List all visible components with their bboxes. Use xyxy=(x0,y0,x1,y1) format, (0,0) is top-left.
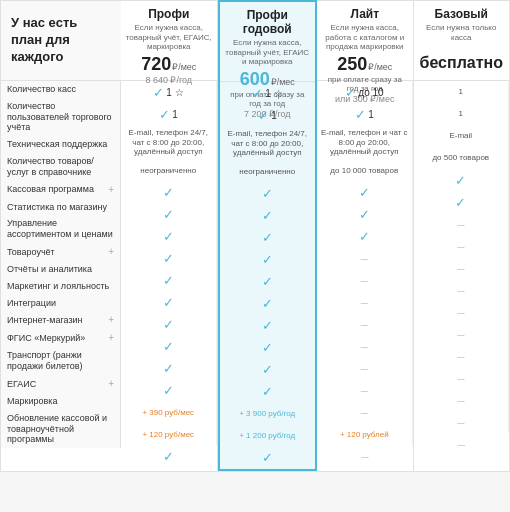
cell-profi-annual-row7: ✓ xyxy=(220,249,316,271)
plan-price-profi: 720 xyxy=(141,54,171,75)
cell-basic-row2: E-mail xyxy=(414,125,510,147)
cell-profi-annual-row3: неограниченно xyxy=(220,161,316,183)
cell-value: 1 xyxy=(271,110,277,121)
cell-lite-row14: – xyxy=(317,402,413,424)
check-icon: ✓ xyxy=(163,229,174,244)
cell-profi-annual-row8: ✓ xyxy=(220,271,316,293)
cell-profi-row6: ✓ xyxy=(121,226,217,248)
cell-lite-row10: – xyxy=(317,314,413,336)
expand-icon-7[interactable]: + xyxy=(108,246,114,258)
cell-profi-annual-row5: ✓ xyxy=(220,205,316,227)
plan-name-basic: Базовый xyxy=(435,7,488,21)
plan-name-profi-annual: Профи годовой xyxy=(224,8,312,36)
check-icon: ✓ xyxy=(262,208,273,223)
cell-profi-row5: ✓ xyxy=(121,204,217,226)
check-icon: ✓ xyxy=(159,107,170,122)
cell-profi-row2: E-mail, телефон 24/7, чат с 8:00 до 20:0… xyxy=(121,125,217,160)
row-label-5: Статистика по магазину xyxy=(1,199,121,216)
row-label-text-9: Маркетинг и лояльность xyxy=(7,281,109,292)
row-label-8: Отчёты и аналитика xyxy=(1,261,121,278)
plan-price-lite: 250 xyxy=(337,54,367,75)
row-label-1: Количество пользователей торгового учёта xyxy=(1,98,121,136)
cell-basic-row8: – xyxy=(414,257,510,279)
cell-value: 1 xyxy=(172,109,178,120)
cell-profi-row4: ✓ xyxy=(121,182,217,204)
row-label-text-15: Маркировка xyxy=(7,396,58,407)
cell-lite-row6: ✓ xyxy=(317,226,413,248)
cell-basic-row1: 1 xyxy=(414,103,510,125)
row-label-text-11: Интернет-магазин xyxy=(7,315,83,326)
cell-basic-row9: – xyxy=(414,279,510,301)
check-icon: ✓ xyxy=(153,85,164,100)
check-icon: ✓ xyxy=(163,207,174,222)
dash-icon: – xyxy=(361,317,368,332)
check-icon: ✓ xyxy=(262,362,273,377)
cell-lite-row12: – xyxy=(317,358,413,380)
plan-free-basic: бесплатно xyxy=(420,54,503,72)
dash-icon: – xyxy=(457,283,464,298)
cell-profi-annual-row16: ✓ xyxy=(220,447,316,469)
expand-icon-12[interactable]: + xyxy=(108,332,114,344)
plan-col-profi-annual: Профи годовойЕсли нужна касса, товарный … xyxy=(218,0,318,471)
expand-icon-11[interactable]: + xyxy=(108,314,114,326)
cell-basic-row4: ✓ xyxy=(414,169,510,191)
row-label-6: Управление ассортиментом и ценами xyxy=(1,215,121,243)
check-icon: ✓ xyxy=(163,273,174,288)
row-label-text-5: Статистика по магазину xyxy=(7,202,107,213)
addon-value: + 120 рублей xyxy=(340,430,389,440)
cell-lite-row3: до 10 000 товаров xyxy=(317,160,413,182)
dash-icon: – xyxy=(361,449,368,464)
row-label-text-16: Обновление кассовой и товарноучётной про… xyxy=(7,413,114,445)
cell-value: 1 ☆ xyxy=(265,88,282,99)
cell-profi-annual-row9: ✓ xyxy=(220,293,316,315)
cell-lite-row11: – xyxy=(317,336,413,358)
check-icon: ✓ xyxy=(262,296,273,311)
cell-value: 1 xyxy=(368,109,374,120)
cell-profi-row9: ✓ xyxy=(121,292,217,314)
row-label-4: Кассовая программа+ xyxy=(1,181,121,199)
check-icon: ✓ xyxy=(455,173,466,188)
dash-icon: – xyxy=(361,405,368,420)
cell-profi-annual-row10: ✓ xyxy=(220,315,316,337)
cell-text: до 10 000 товаров xyxy=(330,166,398,176)
dash-icon: – xyxy=(458,437,465,452)
dash-icon: – xyxy=(457,261,464,276)
check-icon: ✓ xyxy=(258,108,269,123)
cell-text: E-mail, телефон и чат с 8:00 до 20:00, у… xyxy=(319,128,410,157)
cell-lite-row13: – xyxy=(317,380,413,402)
cell-lite-row16: – xyxy=(317,446,413,468)
cell-text: E-mail, телефон 24/7, чат с 8:00 до 20:0… xyxy=(222,129,314,158)
row-label-12: ФГИС «Меркурий»+ xyxy=(1,329,121,347)
expand-icon-14[interactable]: + xyxy=(108,378,114,390)
cell-profi-row14: + 390 руб/мес xyxy=(121,402,217,424)
addon-value: + 3 900 руб/год xyxy=(239,409,295,418)
plan-desc-profi: Если нужна касса, товарный учёт, ЕГАИС, … xyxy=(125,23,213,52)
cell-basic-row5: ✓ xyxy=(414,191,510,213)
left-header: У нас есть план для каждого xyxy=(1,1,121,81)
check-icon: ✓ xyxy=(163,339,174,354)
dash-icon: – xyxy=(361,251,368,266)
check-icon: ✓ xyxy=(262,450,273,465)
row-label-9: Маркетинг и лояльность xyxy=(1,278,121,295)
cell-profi-row10: ✓ xyxy=(121,314,217,336)
cell-value: 1 ☆ xyxy=(166,87,183,98)
row-label-text-3: Количество товаров/ услуг в справочнике xyxy=(7,156,114,178)
check-icon: ✓ xyxy=(163,185,174,200)
cell-text: E-mail, телефон 24/7, чат с 8:00 до 20:0… xyxy=(123,128,214,157)
cell-lite-row7: – xyxy=(317,248,413,270)
expand-icon-4[interactable]: + xyxy=(108,184,114,196)
cell-profi-annual-row15: + 1 200 руб/год xyxy=(220,425,316,447)
cell-profi-annual-row12: ✓ xyxy=(220,359,316,381)
row-label-7: Товароучёт+ xyxy=(1,243,121,261)
check-icon: ✓ xyxy=(359,185,370,200)
cell-profi-annual-row6: ✓ xyxy=(220,227,316,249)
check-icon: ✓ xyxy=(359,207,370,222)
row-label-11: Интернет-магазин+ xyxy=(1,311,121,329)
plan-header-profi: ПрофиЕсли нужна касса, товарный учёт, ЕГ… xyxy=(121,1,217,81)
row-label-text-7: Товароучёт xyxy=(7,247,55,258)
cell-basic-row10: – xyxy=(414,301,510,323)
dash-icon: – xyxy=(361,339,368,354)
cell-basic-row12: – xyxy=(414,345,510,367)
cell-basic-row6: – xyxy=(414,213,510,235)
row-label-13: Транспорт (ранжи продажи билетов) xyxy=(1,347,121,375)
